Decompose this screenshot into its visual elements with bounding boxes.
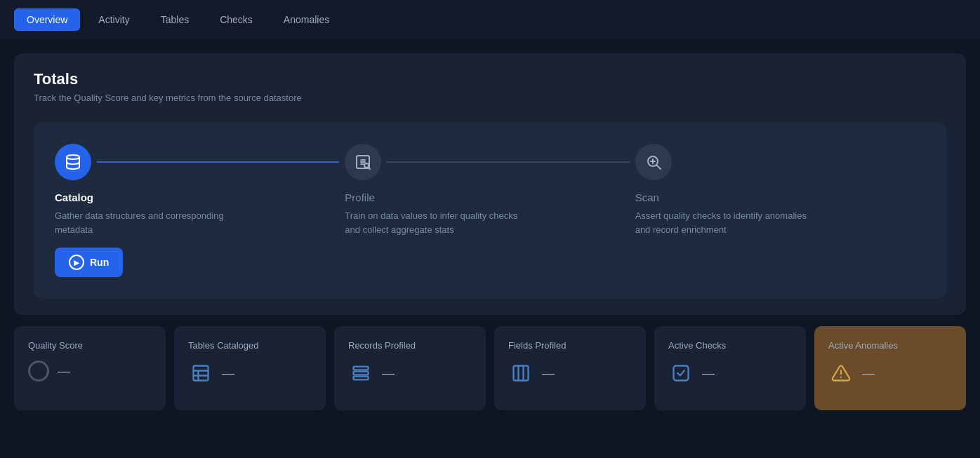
profile-icon [345,144,381,180]
metric-tables-cataloged: Tables Cataloged — [174,326,326,410]
pipeline-step-profile: Profile Train on data values to infer qu… [345,144,635,236]
quality-score-value-row: — [28,361,152,382]
tables-cataloged-icon [188,361,213,386]
scan-label: Scan [635,191,659,203]
quality-score-icon [28,361,49,382]
totals-card: Totals Track the Quality Score and key m… [14,53,966,315]
fields-profiled-value-row: — [508,361,632,386]
profile-label: Profile [345,191,375,203]
top-navigation: Overview Activity Tables Checks Anomalie… [0,0,980,39]
nav-tables[interactable]: Tables [148,8,201,31]
scan-step-header [635,144,925,180]
pipeline-step-scan: Scan Assert quality checks to identify a… [635,144,925,236]
catalog-label: Catalog [55,191,93,203]
pipeline-step-catalog: Catalog Gather data structures and corre… [55,144,345,277]
nav-activity[interactable]: Activity [86,8,142,31]
active-checks-value: — [702,366,715,381]
profile-description: Train on data values to infer quality ch… [345,209,527,236]
svg-rect-11 [194,366,208,381]
scan-description: Assert quality checks to identify anomal… [635,209,818,236]
records-profiled-icon [348,361,373,386]
records-profiled-label: Records Profiled [348,340,472,351]
run-button-label: Run [90,257,109,268]
svg-rect-17 [354,377,369,380]
pipeline: Catalog Gather data structures and corre… [34,123,946,298]
tables-cataloged-value: — [222,366,234,381]
fields-profiled-icon [508,361,534,386]
metric-fields-profiled: Fields Profiled — [494,326,646,410]
scan-icon [635,144,672,180]
svg-rect-16 [354,372,369,375]
main-content: Totals Track the Quality Score and key m… [0,39,980,424]
fields-profiled-value: — [542,366,555,381]
connector-1 [97,161,339,163]
totals-subtitle: Track the Quality Score and key metrics … [34,93,946,103]
records-profiled-value: — [382,366,395,381]
run-play-icon: ▶ [69,255,84,270]
svg-point-0 [67,155,79,159]
nav-overview[interactable]: Overview [14,8,80,31]
active-checks-value-row: — [668,361,792,386]
active-checks-icon [668,361,694,386]
tables-cataloged-label: Tables Cataloged [188,340,312,351]
nav-checks[interactable]: Checks [207,8,265,31]
svg-rect-15 [354,367,369,370]
active-anomalies-label: Active Anomalies [828,340,952,351]
svg-rect-18 [514,366,529,381]
fields-profiled-label: Fields Profiled [508,340,632,351]
metric-active-anomalies: Active Anomalies — [814,326,966,410]
connector-2 [387,161,629,163]
metric-records-profiled: Records Profiled — [334,326,486,410]
catalog-icon [55,144,91,180]
tables-cataloged-value-row: — [188,361,312,386]
metric-active-checks: Active Checks — [654,326,806,410]
records-profiled-value-row: — [348,361,472,386]
quality-score-label: Quality Score [28,340,152,351]
profile-step-header [345,144,635,180]
active-anomalies-value: — [862,366,875,381]
metrics-row: Quality Score — Tables Cataloged — [14,326,966,410]
metric-quality-score: Quality Score — [14,326,166,410]
active-checks-label: Active Checks [668,340,792,351]
catalog-step-header [55,144,345,180]
svg-line-8 [656,166,661,170]
run-button[interactable]: ▶ Run [55,248,123,277]
nav-anomalies[interactable]: Anomalies [271,8,342,31]
svg-rect-21 [674,366,689,381]
quality-score-value: — [58,364,70,379]
totals-title: Totals [34,70,946,88]
catalog-description: Gather data structures and corresponding… [55,209,237,236]
active-anomalies-icon [828,361,854,386]
active-anomalies-value-row: — [828,361,952,386]
